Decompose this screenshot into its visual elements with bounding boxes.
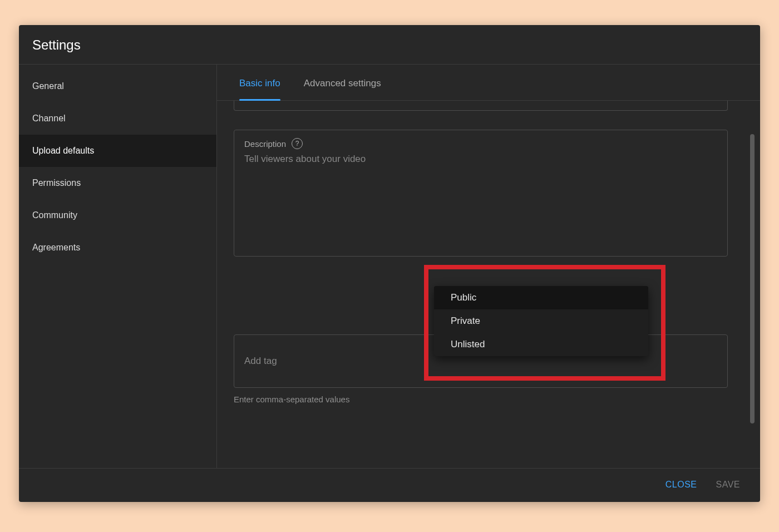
help-icon[interactable]: ?: [292, 138, 303, 149]
description-placeholder: Tell viewers about your video: [244, 154, 717, 165]
visibility-option-private[interactable]: Private: [434, 309, 648, 333]
save-button[interactable]: SAVE: [716, 480, 741, 490]
sidebar-item-upload-defaults[interactable]: Upload defaults: [19, 135, 216, 167]
visibility-option-public[interactable]: Public: [434, 286, 648, 309]
description-label: Description: [244, 139, 286, 149]
visibility-dropdown[interactable]: Public Private Unlisted: [434, 286, 648, 356]
sidebar-item-channel[interactable]: Channel: [19, 102, 216, 135]
sidebar-item-permissions[interactable]: Permissions: [19, 167, 216, 199]
visibility-option-unlisted[interactable]: Unlisted: [434, 333, 648, 356]
settings-dialog: Settings General Channel Upload defaults…: [19, 25, 760, 502]
description-label-row: Description ?: [244, 138, 717, 149]
scrollbar[interactable]: [750, 134, 755, 457]
tags-placeholder: Add tag: [244, 356, 277, 367]
description-field[interactable]: Description ? Tell viewers about your vi…: [234, 130, 728, 257]
tab-advanced-settings[interactable]: Advanced settings: [304, 78, 381, 100]
sidebar-item-general[interactable]: General: [19, 70, 216, 102]
settings-sidebar: General Channel Upload defaults Permissi…: [19, 65, 217, 468]
tab-basic-info[interactable]: Basic info: [239, 78, 280, 100]
tags-helper: Enter comma-separated values: [234, 395, 728, 404]
tabs: Basic info Advanced settings: [217, 65, 760, 101]
sidebar-item-agreements[interactable]: Agreements: [19, 231, 216, 264]
dialog-footer: CLOSE SAVE: [19, 468, 760, 502]
form-scroll-area: Description ? Tell viewers about your vi…: [217, 101, 760, 468]
sidebar-item-community[interactable]: Community: [19, 199, 216, 231]
dialog-body: General Channel Upload defaults Permissi…: [19, 65, 760, 468]
scrollbar-thumb[interactable]: [750, 134, 755, 423]
dialog-title: Settings: [32, 37, 747, 53]
close-button[interactable]: CLOSE: [665, 480, 697, 490]
settings-content: Basic info Advanced settings Description…: [217, 65, 760, 468]
title-field-partial[interactable]: [234, 101, 728, 111]
dialog-header: Settings: [19, 25, 760, 65]
